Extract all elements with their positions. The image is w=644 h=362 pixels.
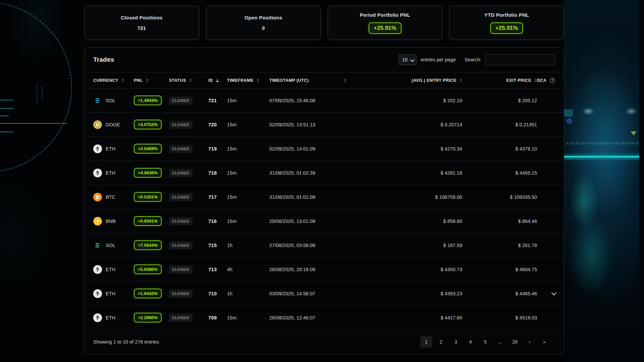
table-row[interactable]: SOL +1.4943% CLOSED 721 15m 07/09/2025, … xyxy=(85,88,564,113)
bnb-coin-icon xyxy=(93,217,102,226)
column-label: STATUS xyxy=(169,78,186,83)
table-footer: Showing 1 to 10 of 276 entries 12345...2… xyxy=(85,330,564,354)
currency-ticker: DOGE xyxy=(106,122,120,127)
currency-ticker: SOL xyxy=(106,98,115,103)
table-row[interactable]: ETH +5.8386% CLOSED 713 4h 26/08/2025, 2… xyxy=(85,257,564,282)
column-header-avg-entry-price[interactable]: (AVG.) ENTRY PRICE xyxy=(388,78,462,83)
column-header-exit-price[interactable]: EXIT PRICE xyxy=(462,78,537,83)
page-button-3[interactable]: 3 xyxy=(450,336,462,348)
trade-id: 715 xyxy=(208,242,227,248)
entry-price: $ 858.80 xyxy=(388,219,462,224)
exit-price: $ 0.21351 xyxy=(462,122,537,127)
table-row[interactable]: BNB +0.6591% CLOSED 716 15m 29/08/2025, … xyxy=(85,209,564,233)
entries-per-page-label: entries per page xyxy=(421,57,456,62)
column-label: EXIT PRICE xyxy=(506,78,531,83)
trade-id: 717 xyxy=(208,194,227,200)
column-header-timeframe[interactable]: TIMEFRAME xyxy=(227,78,269,83)
page-size-select[interactable]: 10 xyxy=(398,54,417,65)
timeframe: 15m xyxy=(227,122,269,127)
currency-ticker: BTC xyxy=(106,194,115,200)
page-button-28[interactable]: 28 xyxy=(509,336,521,348)
stat-card-period-pnl: Period Portfolio PNL +25.91% xyxy=(328,6,443,40)
table-row[interactable]: Ð DOGE +3.0752% CLOSED 720 15m 02/09/202… xyxy=(85,113,564,137)
column-label: ID xyxy=(208,78,213,83)
search-input[interactable] xyxy=(485,54,555,65)
sort-arrows-icon xyxy=(121,78,124,82)
column-header-status[interactable]: STATUS xyxy=(169,78,208,83)
column-header-currency[interactable]: CURRENCY xyxy=(93,78,134,83)
yellow-line-decoration xyxy=(0,123,67,124)
entry-price: $ 108759.00 xyxy=(388,194,462,200)
sort-arrows-icon xyxy=(189,78,192,82)
stat-label: Open Positions xyxy=(245,15,282,20)
entries-summary: Showing 1 to 10 of 276 entries xyxy=(93,339,159,345)
exit-price: $ 864.46 xyxy=(462,219,537,224)
sort-arrows-icon xyxy=(216,78,219,82)
column-header-pnl[interactable]: PNL xyxy=(134,78,169,83)
table-row[interactable]: ETH +1.6442% CLOSED 710 1h 03/09/2025, 1… xyxy=(85,282,564,306)
dca-help-icon[interactable]: ? xyxy=(550,78,555,83)
status-badge: CLOSED xyxy=(169,241,193,249)
column-header-timestamp-utc[interactable]: TIMESTAMP (UTC) xyxy=(269,78,388,83)
status-badge: CLOSED xyxy=(169,193,193,201)
exit-price: $ 4379.10 xyxy=(462,146,537,152)
currency-ticker: SOL xyxy=(106,243,115,248)
entry-price: $ 187.59 xyxy=(388,243,462,248)
pnl-badge: +25.91% xyxy=(490,22,523,34)
teal-beam-decoration xyxy=(564,156,644,158)
page-button-4[interactable]: 4 xyxy=(465,336,477,348)
column-label: PNL xyxy=(134,78,143,83)
trade-id: 709 xyxy=(208,315,227,320)
exit-price: $ 4519.03 xyxy=(462,315,537,320)
stat-value: 0 xyxy=(262,25,265,31)
timeframe: 1h xyxy=(227,243,269,248)
timestamp: 31/08/2025, 01:01:08 xyxy=(269,194,388,200)
column-label: TIMESTAMP (UTC) xyxy=(269,78,309,83)
expand-chevron-icon[interactable] xyxy=(551,290,557,296)
pnl-badge: +7.5644% xyxy=(134,240,162,250)
status-badge: CLOSED xyxy=(169,217,193,225)
sort-arrows-icon xyxy=(460,78,462,82)
exit-price: $ 4465.46 xyxy=(462,291,537,296)
eth-coin-icon xyxy=(93,144,102,153)
sort-arrows-icon xyxy=(534,78,537,82)
currency-ticker: ETH xyxy=(106,291,115,296)
status-badge: CLOSED xyxy=(169,169,193,177)
column-label: TIMEFRAME xyxy=(227,78,254,83)
trade-id: 710 xyxy=(208,291,227,296)
page-button-2[interactable]: 2 xyxy=(435,336,447,348)
background-art-cyborg-face xyxy=(564,0,644,362)
column-header-dca: DCA? xyxy=(537,78,556,83)
trading-dashboard: Closed Positions 721 Open Positions 0 Pe… xyxy=(0,0,644,362)
pnl-badge: +0.5301% xyxy=(134,192,162,202)
timestamp: 29/08/2025, 13:01:08 xyxy=(269,219,388,224)
trade-id: 719 xyxy=(208,146,227,152)
page-button-...[interactable]: ... xyxy=(494,336,506,348)
table-row[interactable]: ETH +2.2960% CLOSED 709 15m 26/08/2025, … xyxy=(85,306,564,330)
page-button-5[interactable]: 5 xyxy=(479,336,491,348)
page-button-1[interactable]: 1 xyxy=(420,336,432,348)
stat-card-ytd-pnl: YTD Portfolio PNL +25.91% xyxy=(449,6,564,40)
eth-coin-icon xyxy=(93,289,102,298)
column-label: (AVG.) ENTRY PRICE xyxy=(412,78,457,83)
page-button-›[interactable]: › xyxy=(524,336,536,348)
pnl-badge: +1.4943% xyxy=(134,96,162,105)
table-row[interactable]: SOL +7.5644% CLOSED 715 1h 27/08/2025, 0… xyxy=(85,233,564,257)
entry-price: $ 4393.23 xyxy=(388,291,462,296)
column-label: DCA xyxy=(537,78,547,83)
timeframe: 15m xyxy=(227,194,269,200)
table-row[interactable]: ETH +4.0636% CLOSED 718 15m 31/08/2025, … xyxy=(85,161,564,185)
table-row[interactable]: ₿ BTC +0.5301% CLOSED 717 15m 31/08/2025… xyxy=(85,185,564,209)
column-header-id[interactable]: ID xyxy=(208,78,227,83)
pnl-badge: +25.91% xyxy=(369,22,401,34)
table-row[interactable]: ETH +2.5469% CLOSED 719 15m 02/09/2025, … xyxy=(85,137,564,161)
sol-coin-icon xyxy=(93,241,102,250)
timestamp: 03/09/2025, 14:56:07 xyxy=(269,291,388,296)
entry-price: $ 0.20714 xyxy=(388,122,462,127)
trade-id: 713 xyxy=(208,266,227,272)
trades-panel: Trades 10 entries per page Search: CURRE… xyxy=(84,47,564,354)
page-button-»[interactable]: » xyxy=(538,336,550,348)
trade-id: 716 xyxy=(208,218,227,224)
timestamp: 27/08/2025, 03:56:08 xyxy=(269,243,388,248)
timeframe: 15m xyxy=(227,315,269,320)
